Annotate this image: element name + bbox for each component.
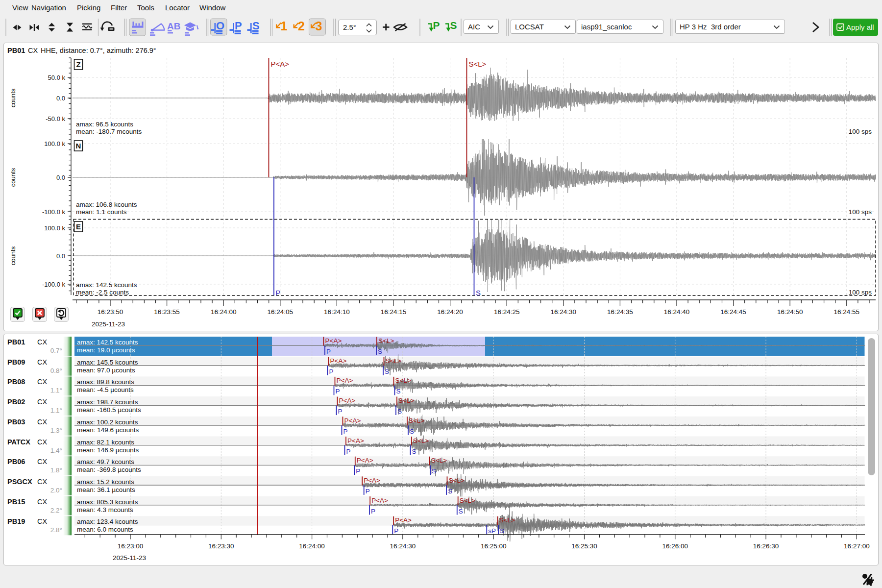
- svg-text:P<A>: P<A>: [337, 377, 353, 384]
- svg-text:16:26:30: 16:26:30: [753, 542, 779, 550]
- svg-text:PB08: PB08: [7, 378, 25, 386]
- svg-text:P<A>: P<A>: [364, 477, 380, 484]
- svg-text:1.1°: 1.1°: [50, 407, 62, 414]
- svg-text:16:23:00: 16:23:00: [118, 542, 144, 550]
- svg-text:counts: counts: [9, 168, 17, 187]
- svg-text:P: P: [371, 508, 375, 515]
- svg-text:PB06: PB06: [7, 458, 25, 466]
- svg-text:S: S: [459, 508, 463, 515]
- svg-text:mean: 1.1 counts: mean: 1.1 counts: [76, 208, 127, 216]
- svg-text:counts: counts: [9, 88, 17, 107]
- svg-text:Apply all: Apply all: [846, 23, 874, 31]
- svg-text:-100.0 k: -100.0 k: [42, 208, 65, 216]
- svg-text:amax: 49.7 kcounts: amax: 49.7 kcounts: [77, 458, 134, 466]
- svg-text:1: 1: [281, 19, 288, 33]
- svg-text:16:25:30: 16:25:30: [571, 542, 597, 550]
- svg-text:S<L>: S<L>: [499, 516, 515, 524]
- svg-text:S<L>: S<L>: [469, 60, 487, 68]
- svg-text:S<L>: S<L>: [413, 437, 429, 444]
- svg-text:P: P: [338, 408, 343, 415]
- svg-text:16:23:50: 16:23:50: [98, 308, 123, 316]
- svg-text:0.8°: 0.8°: [50, 367, 62, 374]
- svg-text:S: S: [432, 467, 436, 475]
- svg-text:CX: CX: [37, 378, 47, 386]
- svg-text:PB01: PB01: [7, 47, 25, 54]
- svg-text:16:24:55: 16:24:55: [834, 308, 860, 316]
- svg-text:50.0 k: 50.0 k: [48, 74, 66, 81]
- svg-text:PATCX: PATCX: [7, 438, 30, 446]
- svg-text:100.0 k: 100.0 k: [44, 140, 65, 147]
- svg-text:mean: 149.6 µcounts: mean: 149.6 µcounts: [77, 426, 139, 434]
- svg-text:1.1°: 1.1°: [50, 387, 62, 394]
- svg-text:16:24:30: 16:24:30: [551, 308, 577, 316]
- svg-text:P: P: [329, 368, 334, 375]
- svg-text:mean: 4.3 mcounts: mean: 4.3 mcounts: [77, 506, 133, 514]
- svg-text:16:25:00: 16:25:00: [481, 542, 507, 550]
- svg-text:P: P: [235, 20, 242, 32]
- svg-text:CX: CX: [37, 358, 47, 366]
- svg-text:16:24:05: 16:24:05: [268, 308, 294, 316]
- svg-text:-50.0 k: -50.0 k: [46, 115, 65, 122]
- svg-text:E: E: [76, 222, 81, 231]
- svg-text:P: P: [394, 527, 398, 535]
- svg-text:100 sps: 100 sps: [849, 289, 872, 296]
- svg-text:16:24:25: 16:24:25: [494, 308, 520, 316]
- svg-text:1.8°: 1.8°: [50, 466, 62, 474]
- svg-text:PB09: PB09: [7, 358, 25, 366]
- svg-text:P: P: [356, 467, 360, 475]
- svg-text:amax: 100.2 kcounts: amax: 100.2 kcounts: [77, 418, 138, 426]
- svg-text:2.0°: 2.0°: [50, 487, 62, 494]
- svg-text:P: P: [336, 388, 340, 395]
- svg-text:S<L>: S<L>: [449, 477, 465, 484]
- svg-text:P: P: [343, 428, 348, 435]
- svg-text:CX: CX: [37, 438, 47, 446]
- svg-text:16:24:40: 16:24:40: [664, 308, 690, 316]
- svg-text:mean: -369.8 µcounts: mean: -369.8 µcounts: [77, 466, 141, 473]
- svg-text:amax: 96.5 kcounts: amax: 96.5 kcounts: [76, 121, 133, 128]
- svg-text:S<L>: S<L>: [460, 497, 475, 504]
- svg-text:16:24:10: 16:24:10: [324, 308, 350, 316]
- svg-text:CX: CX: [37, 517, 47, 525]
- svg-text:PB03: PB03: [7, 418, 25, 426]
- svg-text:16:26:00: 16:26:00: [662, 542, 688, 550]
- svg-text:mean: 97.0 µcounts: mean: 97.0 µcounts: [77, 367, 135, 374]
- svg-text:amax: 805.3 kcounts: amax: 805.3 kcounts: [77, 498, 138, 506]
- svg-text:CX: CX: [37, 458, 47, 466]
- svg-text:S: S: [396, 388, 401, 395]
- svg-text:P<A>: P<A>: [325, 337, 342, 344]
- svg-text:P: P: [276, 289, 281, 297]
- svg-text:S: S: [385, 368, 389, 375]
- svg-text:mean: -180.7 mcounts: mean: -180.7 mcounts: [76, 128, 142, 135]
- svg-text:P<A>: P<A>: [395, 516, 412, 524]
- svg-text:S: S: [450, 20, 457, 31]
- svg-text:16:24:50: 16:24:50: [777, 308, 803, 316]
- svg-text:CX: CX: [37, 478, 47, 486]
- svg-text:16:24:00: 16:24:00: [299, 542, 325, 550]
- svg-text:mean: -2.5 counts: mean: -2.5 counts: [76, 289, 129, 296]
- svg-text:PSGCX: PSGCX: [7, 478, 32, 486]
- svg-text:S: S: [476, 289, 481, 297]
- svg-text:100.0 k: 100.0 k: [44, 224, 65, 232]
- svg-text:amax: 142.5 kcounts: amax: 142.5 kcounts: [77, 339, 138, 346]
- svg-text:CX: CX: [37, 338, 47, 346]
- svg-text:S: S: [412, 448, 416, 455]
- svg-text:amax: 82.1 kcounts: amax: 82.1 kcounts: [77, 439, 134, 446]
- svg-text:0.0: 0.0: [56, 252, 65, 260]
- svg-text:S<L>: S<L>: [409, 417, 424, 424]
- svg-text:P: P: [366, 488, 370, 495]
- svg-text:mean: -4.5 µcounts: mean: -4.5 µcounts: [77, 386, 134, 393]
- svg-text:1.4°: 1.4°: [50, 447, 62, 454]
- svg-text:HHE, distance: 0.7°, azimuth:: HHE, distance: 0.7°, azimuth: 276.9°: [41, 47, 156, 54]
- svg-text:S: S: [397, 408, 402, 415]
- svg-text:mean: 36.1 µcounts: mean: 36.1 µcounts: [77, 486, 135, 493]
- svg-text:P<A>: P<A>: [339, 397, 356, 404]
- svg-text:S: S: [252, 20, 260, 32]
- svg-text:amax: 89.8 kcounts: amax: 89.8 kcounts: [77, 378, 134, 386]
- svg-text:16:27:00: 16:27:00: [844, 542, 870, 550]
- svg-text:P<A>: P<A>: [330, 357, 347, 365]
- svg-text:P: P: [326, 348, 331, 355]
- svg-text:P: P: [346, 448, 351, 455]
- svg-text:16:23:30: 16:23:30: [208, 542, 234, 550]
- svg-text:AB: AB: [167, 21, 180, 31]
- svg-text:mean: 19.0 µcounts: mean: 19.0 µcounts: [77, 346, 135, 354]
